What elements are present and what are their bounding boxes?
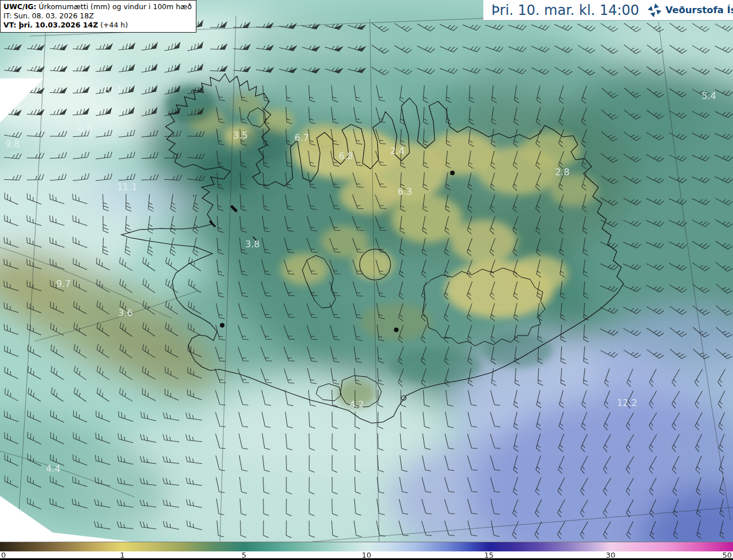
contour-label: 3.5 <box>233 130 247 141</box>
contour-label: 5.4 <box>702 90 716 101</box>
valid-datetime-display: Þri. 10. mar. kl. 14:00 <box>491 2 639 18</box>
colorbar-scale-labels: 01510153050 <box>0 551 733 558</box>
chart-title: Úrkomumætti (mm) og vindur i 100m hæð <box>37 2 192 11</box>
contour-label: 4.4 <box>46 463 60 474</box>
forecast-map: 10.16.69.811.13.56.76.82.42.86.35.43.89.… <box>0 0 733 542</box>
model-id: UWC/IG: <box>3 2 37 11</box>
contour-label: 11.1 <box>117 182 137 192</box>
met-office-name: Veðurstofa Íslands <box>665 5 733 15</box>
info-line-valid-time: VT: þri. 10.03.2026 14Z (+44 h) <box>3 21 192 30</box>
contour-label: 2.8 <box>555 167 569 178</box>
valid-time-offset: (+44 h) <box>98 21 128 29</box>
contour-label: 9.8 <box>5 139 19 149</box>
contour-label: 6.6 <box>78 123 92 134</box>
contour-label: 10.1 <box>102 84 123 95</box>
contour-label: 3.8 <box>245 239 259 250</box>
precipitation-colorbar <box>0 542 733 551</box>
contour-label: 2.4 <box>390 145 404 156</box>
contour-label: 9.7 <box>56 278 70 289</box>
model-info-box: UWC/IG: Úrkomumætti (mm) og vindur i 100… <box>0 0 196 33</box>
contour-label: 12.2 <box>617 397 637 408</box>
contour-label: 3.6 <box>118 307 132 318</box>
valid-time: VT: þri. 10.03.2026 14Z <box>3 21 98 29</box>
contour-label: 6.8 <box>338 151 353 161</box>
contour-label: 4.2 <box>349 399 364 410</box>
info-line-title: UWC/IG: Úrkomumætti (mm) og vindur i 100… <box>3 2 192 11</box>
info-line-init-time: IT: Sun. 08. 03. 2026 18Z <box>3 11 192 21</box>
header-bar: Þri. 10. mar. kl. 14:00 Veðurstofa Íslan… <box>483 0 733 21</box>
contour-label: 6.7 <box>294 132 309 143</box>
contour-label: 6.3 <box>397 186 412 197</box>
weather-map-screenshot: 10.16.69.811.13.56.76.82.42.86.35.43.89.… <box>0 0 733 560</box>
met-office-logo-icon <box>647 3 662 18</box>
